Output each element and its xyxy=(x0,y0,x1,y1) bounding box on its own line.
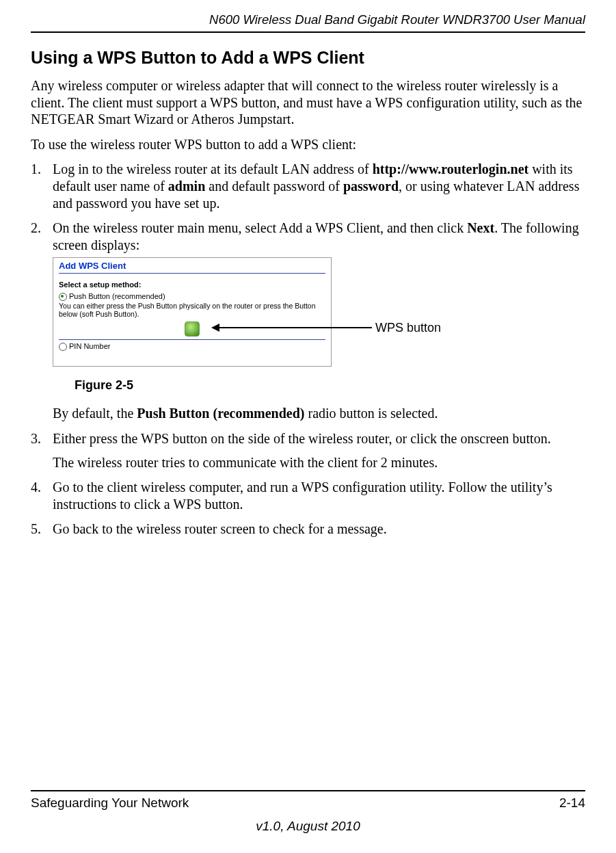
radio-pin-label: PIN Number xyxy=(69,342,111,352)
footer-rule xyxy=(31,790,585,791)
doc-header-title: N600 Wireless Dual Band Gigabit Router W… xyxy=(31,12,585,27)
callout-arrow xyxy=(218,327,372,328)
footer-section: Safeguarding Your Network xyxy=(31,796,189,811)
section-heading: Using a WPS Button to Add a WPS Client xyxy=(31,48,585,68)
radio-pushbutton[interactable] xyxy=(59,293,67,301)
callout-label: WPS button xyxy=(375,320,441,335)
step2-text-a: On the wireless router main menu, select… xyxy=(53,220,467,235)
wps-soft-button[interactable] xyxy=(185,321,200,337)
router-screenshot: Add WPS Client Select a setup method: Pu… xyxy=(53,257,332,367)
step2-note-bold: Push Button (recommended) xyxy=(137,406,304,421)
screenshot-select-label: Select a setup method: xyxy=(59,280,325,290)
step2-note-a: By default, the xyxy=(53,406,137,421)
step1-password: password xyxy=(343,179,399,194)
step3-line1: Either press the WPS button on the side … xyxy=(53,431,551,446)
step-5: Go back to the wireless router screen to… xyxy=(31,521,585,538)
step1-admin: admin xyxy=(168,179,205,194)
step1-url: http://www.routerlogin.net xyxy=(373,161,529,176)
step2-next: Next xyxy=(467,220,494,235)
header-rule xyxy=(31,31,585,33)
page-footer: Safeguarding Your Network 2-14 v1.0, Aug… xyxy=(31,790,585,834)
step2-note: By default, the Push Button (recommended… xyxy=(53,405,585,422)
step1-text-c: and default password of xyxy=(205,179,343,194)
step-3: Either press the WPS button on the side … xyxy=(31,430,585,471)
intro-paragraph-1: Any wireless computer or wireless adapte… xyxy=(31,77,585,128)
step-1: Log in to the wireless router at its def… xyxy=(31,161,585,211)
step3-line2: The wireless router tries to communicate… xyxy=(53,454,585,471)
screenshot-title: Add WPS Client xyxy=(59,261,325,272)
screenshot-divider-1 xyxy=(59,273,325,274)
intro-paragraph-2: To use the wireless router WPS button to… xyxy=(31,136,585,153)
step2-note-b: radio button is selected. xyxy=(305,406,438,421)
footer-version: v1.0, August 2010 xyxy=(31,819,585,834)
footer-page-number: 2-14 xyxy=(559,796,585,811)
step-2: On the wireless router main menu, select… xyxy=(31,220,585,422)
radio-pushbutton-label: Push Button (recommended) xyxy=(69,292,165,302)
screenshot-radio-pin-row: PIN Number xyxy=(59,342,325,352)
step1-text-a: Log in to the wireless router at its def… xyxy=(53,161,373,176)
screenshot-radio-pushbutton-row: Push Button (recommended) xyxy=(59,292,325,302)
step-4: Go to the client wireless computer, and … xyxy=(31,479,585,512)
radio-pin[interactable] xyxy=(59,343,67,351)
screenshot-divider-2 xyxy=(59,339,325,340)
figure-wrap: Add WPS Client Select a setup method: Pu… xyxy=(53,257,585,373)
screenshot-pushbutton-desc: You can either press the Push Button phy… xyxy=(59,302,325,318)
figure-caption: Figure 2-5 xyxy=(75,378,585,393)
